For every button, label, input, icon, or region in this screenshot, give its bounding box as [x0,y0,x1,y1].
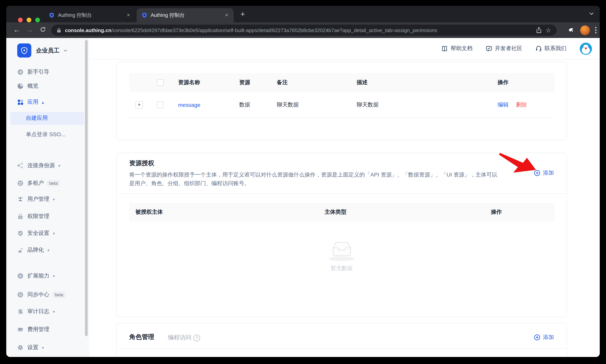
stage: Authing 控制台 × Authing 控制台 × + ← → [0,0,606,364]
sidebar-item-apps[interactable]: 应用 ▴ [17,98,44,106]
sidebar-item-sync-center[interactable]: 同步中心 beta [17,290,66,299]
browser-tab-1[interactable]: Authing 控制台 × [44,8,135,22]
caret-down-icon: ▾ [42,345,44,350]
sidebar-item-label: 多租户 [27,180,44,187]
expand-row-button[interactable]: + [135,101,143,109]
sidebar-item-label: 设置 [27,344,38,351]
url-domain: console.authing.cn [65,27,111,33]
edit-link[interactable]: 编辑 [498,101,509,108]
browser-tab-2[interactable]: Authing 控制台 × [137,8,234,22]
sidebar-item-label: 费用管理 [27,326,49,333]
browser-window: Authing 控制台 × Authing 控制台 × + ← → [6,6,600,357]
column-header: 资源 [239,79,250,86]
column-header: 备注 [277,79,288,86]
resources-table-header: 资源名称 资源 备注 描述 操作 [129,73,555,92]
sidebar-item-label: 品牌化 [27,247,44,254]
select-all-checkbox[interactable] [157,79,164,86]
tab-programmatic-access[interactable]: 编程访问? [168,334,200,341]
resource-note-cell: 聊天数据 [277,101,299,108]
contact-us-link[interactable]: 联系我们 [536,45,566,52]
roles-card: 角色管理 编程访问? 添加 [116,323,567,357]
sidebar-item-label: 扩展能力 [27,273,49,279]
new-tab-button[interactable]: + [237,9,248,20]
zoom-window-button[interactable] [35,18,40,22]
sidebar-item-billing[interactable]: 费用管理 [17,325,49,334]
share-icon[interactable] [536,27,542,33]
sidebar-item-sso[interactable]: 单点登录 SSO... [26,130,65,139]
delete-link[interactable]: 删除 [516,101,527,108]
authing-favicon [141,12,148,18]
sidebar-item-extensions[interactable]: A 扩展能力 ▾ [17,272,55,280]
empty-state: 暂无数据 [329,241,355,272]
sidebar-item-user-management[interactable]: 用户管理 ▾ [17,195,55,204]
browser-menu-icon[interactable] [595,27,597,34]
browser-toolbar: ← → console.authing.cn/console/6225dd429… [6,22,600,38]
tab-strip: Authing 控制台 × Authing 控制台 × + [6,6,600,22]
tenant-icon [17,180,24,186]
tab-search-chevron-icon[interactable] [589,11,594,16]
row-checkbox[interactable] [157,102,164,108]
sidebar-item-branding[interactable]: 品牌化 ▾ [17,246,49,254]
sidebar-item-security[interactable]: 安全设置 ▾ [17,229,55,238]
resource-type-cell: 数据 [239,101,250,108]
sidebar-item-label: 应用 [27,99,38,106]
back-button[interactable]: ← [11,24,23,36]
brush-icon [17,247,24,253]
billing-icon [17,326,24,333]
sidebar-item-identity-sources[interactable]: 连接身份源 ▾ [17,161,60,170]
add-label: 添加 [543,334,554,341]
guide-icon [17,69,24,75]
resource-name-link[interactable]: message [178,102,200,108]
extensions-puzzle-icon[interactable] [568,27,575,33]
sidebar-item-self-built-apps[interactable]: 自建应用 [26,114,48,122]
chevron-down-icon [63,48,68,53]
sidebar-item-overview[interactable]: 概览 [17,82,38,91]
sidebar-item-label: 单点登录 SSO... [26,131,65,138]
reload-icon [40,27,46,32]
add-authorization-button[interactable]: 添加 [534,169,554,177]
profile-avatar[interactable] [580,25,590,35]
chat-icon [486,46,492,52]
developer-community-link[interactable]: 开发者社区 [486,45,522,52]
empty-inbox-icon [331,241,352,258]
sidebar-item-label: 连接身份源 [27,162,55,169]
sidebar-item-guide[interactable]: 新手引导 [17,68,49,76]
workspace-switcher[interactable]: 企业员工 [17,43,68,58]
close-window-button[interactable] [18,18,23,22]
resource-description-cell: 聊天数据 [357,101,379,108]
bookmark-star-icon[interactable]: ☆ [545,26,551,34]
url-bar[interactable]: console.authing.cn/console/6225dd4297dfd… [51,25,557,36]
beta-badge: beta [47,180,60,186]
close-tab-icon[interactable]: × [124,11,132,19]
help-circle-icon[interactable]: ? [193,335,200,341]
close-tab-icon[interactable]: × [223,11,231,19]
forward-button[interactable]: → [24,24,36,36]
sidebar-item-label: 自建应用 [26,115,48,122]
sidebar-scrollbar[interactable] [85,40,88,336]
apps-icon [17,99,24,105]
add-role-button[interactable]: 添加 [534,334,554,341]
sidebar-item-permissions[interactable]: 权限管理 [17,212,49,221]
sidebar-item-audit-logs[interactable]: 审计日志 ▾ [17,307,55,316]
pie-chart-icon [17,83,24,89]
plus-circle-icon [534,170,540,176]
sidebar-item-label: 概览 [27,83,38,90]
sidebar-item-multi-tenant[interactable]: 多租户 beta [17,179,60,187]
help-docs-link[interactable]: 帮助文档 [441,45,473,52]
tab-title: Authing 控制台 [58,12,121,19]
toolbar-right-icons [568,22,597,38]
column-header: 操作 [498,79,509,86]
empty-text: 暂无数据 [329,265,355,272]
shield-logo-icon [20,47,28,54]
caret-down-icon: ▾ [53,197,55,201]
sidebar-item-label: 用户管理 [27,196,49,203]
user-avatar[interactable] [580,42,592,55]
sidebar-item-settings[interactable]: 设置 ▾ [17,343,44,352]
developer-community-label: 开发者社区 [495,45,522,52]
screenshot-root: Authing 控制台 × Authing 控制台 × + ← → [0,0,606,364]
minimize-window-button[interactable] [27,18,31,22]
sidebar-item-label: 安全设置 [27,230,49,237]
sidebar-item-label: 权限管理 [27,213,49,220]
reload-button[interactable] [37,24,49,36]
table-row: + message 数据 聊天数据 聊天数据 编辑 删除 [129,92,555,118]
